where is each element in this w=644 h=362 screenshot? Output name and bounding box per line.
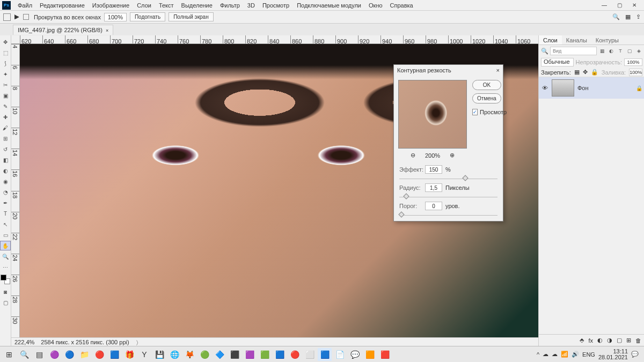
tb-app[interactable]: 🟦 — [107, 348, 121, 361]
zoom-field[interactable]: 100% — [104, 13, 127, 21]
tb-chrome[interactable]: 🌐 — [167, 348, 181, 361]
menu-view[interactable]: Просмотр — [259, 0, 293, 10]
lock-all-icon[interactable]: 🔒 — [591, 69, 598, 76]
maximize-button[interactable]: ▢ — [612, 1, 627, 10]
type-tool[interactable]: T — [0, 209, 11, 218]
tb-app[interactable]: ⬛ — [228, 348, 241, 361]
filter-type-icon[interactable]: T — [617, 47, 624, 55]
menu-plugins[interactable]: Подключаемые модули — [293, 0, 365, 10]
opacity-value[interactable]: 100% — [624, 58, 642, 66]
menu-file[interactable]: Файл — [14, 0, 36, 10]
filter-pixel-icon[interactable]: ▦ — [598, 47, 606, 55]
fit-button[interactable]: Подогнать — [130, 12, 165, 21]
gradient-tool[interactable]: ◐ — [0, 166, 11, 175]
tb-app[interactable]: Y — [137, 348, 151, 361]
eyedropper-tool[interactable]: ✎ — [0, 101, 11, 111]
move-tool[interactable]: ✥ — [0, 37, 11, 47]
menu-image[interactable]: Изображение — [89, 0, 133, 10]
amount-input[interactable] — [425, 165, 442, 174]
fill-value[interactable]: 100% — [629, 69, 642, 76]
hand-tool[interactable]: ✋ — [0, 241, 11, 250]
amount-slider[interactable] — [399, 176, 497, 179]
lock-pixel-icon[interactable]: ▦ — [574, 69, 580, 76]
tray-volume-icon[interactable]: 🔊 — [572, 351, 579, 358]
frame-tool[interactable]: ▣ — [0, 91, 11, 100]
blend-mode-select[interactable]: Обычные — [541, 58, 574, 67]
close-button[interactable]: ✕ — [627, 1, 642, 10]
radius-input[interactable] — [425, 183, 442, 192]
workspace-icon[interactable]: ▦ — [625, 13, 631, 20]
tab-layers[interactable]: Слои — [539, 35, 562, 45]
share-icon[interactable]: ⇪ — [636, 13, 641, 20]
menu-select[interactable]: Выделение — [178, 0, 216, 10]
tb-app[interactable]: 💾 — [152, 348, 166, 361]
menu-window[interactable]: Окно — [365, 0, 386, 10]
marquee-tool[interactable]: ⬚ — [0, 48, 11, 57]
home-icon[interactable] — [3, 13, 11, 21]
tb-whatsapp[interactable]: 💬 — [348, 348, 362, 361]
tab-paths[interactable]: Контуры — [591, 35, 623, 45]
new-layer-icon[interactable]: ⊞ — [626, 337, 631, 344]
filter-shape-icon[interactable]: ▢ — [626, 47, 633, 55]
tb-app[interactable]: 🔷 — [213, 348, 226, 361]
search-icon[interactable]: 🔍 — [612, 13, 620, 20]
tb-photoshop[interactable]: 🟦 — [318, 348, 332, 361]
menu-text[interactable]: Текст — [155, 0, 178, 10]
menu-help[interactable]: Справка — [386, 0, 417, 10]
close-tab-icon[interactable]: × — [106, 28, 108, 33]
menu-edit[interactable]: Редактирование — [36, 0, 89, 10]
layer-thumbnail[interactable] — [552, 79, 574, 97]
radius-slider[interactable] — [399, 194, 497, 197]
dodge-tool[interactable]: ◔ — [0, 187, 11, 197]
screenmode-tool[interactable]: ▢ — [0, 298, 11, 307]
tray-onedrive-icon[interactable]: ☁ — [552, 351, 558, 358]
group-icon[interactable]: ▢ — [617, 337, 622, 344]
visibility-icon[interactable]: 👁 — [541, 85, 548, 91]
trash-icon[interactable]: 🗑 — [635, 337, 641, 344]
layer-filter-input[interactable] — [550, 47, 597, 55]
crop-tool[interactable]: ✂ — [0, 80, 11, 90]
eraser-tool[interactable]: ◧ — [0, 155, 11, 165]
dialog-preview[interactable] — [398, 80, 467, 149]
taskview-button[interactable]: ▤ — [32, 348, 46, 361]
pen-tool[interactable]: ✒ — [0, 198, 11, 208]
color-swatches[interactable] — [1, 275, 10, 284]
mask-icon[interactable]: ◐ — [597, 337, 603, 344]
adj-icon[interactable]: ◑ — [607, 337, 612, 344]
blur-tool[interactable]: ◉ — [0, 176, 11, 186]
zoom-out-icon[interactable]: ⊖ — [411, 152, 415, 159]
ok-button[interactable]: OK — [472, 80, 501, 90]
layer-row[interactable]: 👁 Фон 🔒 — [539, 77, 644, 99]
tb-app[interactable]: 🟧 — [363, 348, 377, 361]
tray-clock[interactable]: 13:1128.01.2021 — [598, 349, 628, 360]
tray-notification-icon[interactable]: 💬 — [631, 351, 639, 358]
tb-app[interactable]: 🟢 — [197, 348, 211, 361]
tb-app[interactable]: 🔵 — [62, 348, 76, 361]
filter-smart-icon[interactable]: ◈ — [635, 47, 642, 55]
zoom-in-icon[interactable]: ⊕ — [450, 152, 455, 159]
document-tab[interactable]: IMG_4497.jpg @ 222% (RGB/8)× — [13, 25, 113, 35]
heal-tool[interactable]: ✚ — [0, 112, 11, 122]
tb-app[interactable]: 🔴 — [92, 348, 106, 361]
path-tool[interactable]: ↖ — [0, 219, 11, 229]
fx-icon[interactable]: fx — [588, 337, 593, 344]
tb-app[interactable]: 🟥 — [378, 348, 392, 361]
lock-pos-icon[interactable]: ✥ — [583, 69, 588, 76]
start-button[interactable]: ⊞ — [2, 348, 16, 361]
lasso-tool[interactable]: ⟆ — [0, 58, 11, 68]
menu-layer[interactable]: Слои — [133, 0, 155, 10]
tray-chevron-icon[interactable]: ^ — [537, 351, 539, 358]
tb-app[interactable]: ⬜ — [303, 348, 317, 361]
fullscreen-button[interactable]: Полный экран — [169, 12, 214, 21]
wand-tool[interactable]: ✦ — [0, 69, 11, 79]
minimize-button[interactable]: — — [597, 1, 612, 10]
preview-checkbox[interactable]: ✓ — [472, 109, 478, 115]
link-icon[interactable]: ⬘ — [580, 337, 584, 344]
history-tool[interactable]: ↺ — [0, 144, 11, 154]
quickmask-tool[interactable]: ◙ — [0, 287, 11, 297]
shape-tool[interactable]: ▭ — [0, 230, 11, 240]
edit-toolbar[interactable]: ⋯ — [0, 262, 11, 272]
menu-filter[interactable]: Фильтр — [216, 0, 244, 10]
tb-app[interactable]: 🟪 — [243, 348, 257, 361]
tb-firefox[interactable]: 🦊 — [182, 348, 196, 361]
